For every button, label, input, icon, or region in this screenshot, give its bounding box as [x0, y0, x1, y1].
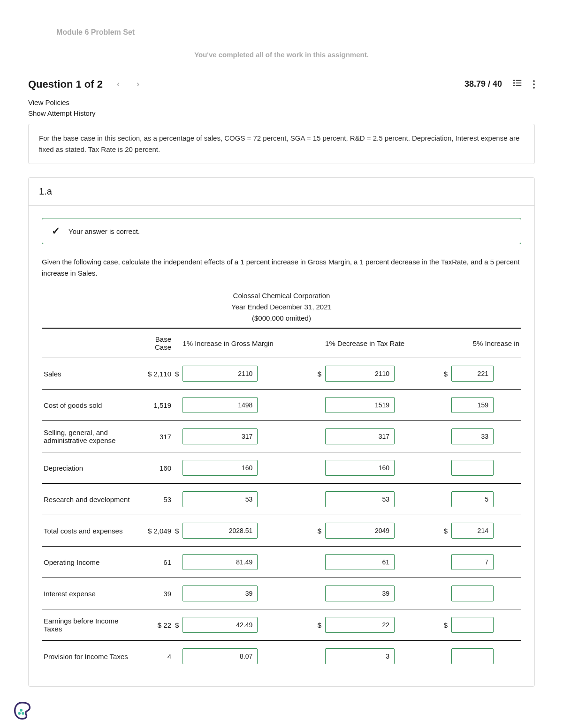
currency-symbol: $ [316, 609, 323, 641]
answer-input-si[interactable]: 214 [451, 523, 494, 539]
answer-input-tr[interactable]: 3 [325, 648, 395, 664]
answer-input-tr[interactable]: 2049 [325, 523, 395, 539]
answer-input-gm[interactable]: 160 [183, 460, 258, 476]
answer-input-tr[interactable]: 61 [325, 554, 395, 570]
answer-input-si[interactable] [451, 460, 494, 476]
base-value: $ 2,049 [140, 515, 173, 547]
answer-input-tr[interactable]: 22 [325, 617, 395, 633]
answer-input-tr[interactable]: 317 [325, 428, 395, 444]
answer-input-gm[interactable]: 81.49 [183, 554, 258, 570]
show-attempt-history-link[interactable]: Show Attempt History [28, 109, 535, 117]
table-row: Earnings before Income Taxes$ 22$42.49$2… [42, 609, 521, 641]
row-label: Cost of goods sold [42, 390, 140, 421]
table-row: Depreciation160160160 [42, 452, 521, 484]
answer-input-gm[interactable]: 53 [183, 491, 258, 507]
svg-point-3 [514, 80, 515, 81]
currency-symbol [316, 641, 323, 672]
question-part-card: 1.a ✓ Your answer is correct. Given the … [28, 177, 535, 687]
currency-symbol [316, 484, 323, 515]
table-row: Interest expense393939 [42, 578, 521, 609]
view-policies-link[interactable]: View Policies [28, 98, 535, 106]
more-options-icon[interactable] [533, 80, 535, 89]
col-header-si: 5% Increase in [449, 328, 521, 358]
base-value: 4 [140, 641, 173, 672]
answer-input-tr[interactable]: 39 [325, 585, 395, 601]
currency-symbol [173, 547, 181, 578]
currency-symbol [316, 578, 323, 609]
checkmark-icon: ✓ [52, 225, 60, 237]
currency-symbol: $ [316, 358, 323, 390]
currency-symbol [442, 484, 449, 515]
part-prompt: Given the following case, calculate the … [42, 256, 521, 279]
base-value: 317 [140, 421, 173, 452]
currency-symbol: $ [442, 358, 449, 390]
answer-input-si[interactable] [451, 585, 494, 601]
currency-symbol [316, 390, 323, 421]
question-header: Question 1 of 2 ‹ › 38.79 / 40 [28, 77, 535, 91]
part-label: 1.a [29, 178, 534, 206]
answer-input-tr[interactable]: 1519 [325, 397, 395, 413]
svg-point-4 [514, 83, 515, 83]
currency-symbol: $ [173, 609, 181, 641]
currency-symbol: $ [442, 609, 449, 641]
svg-point-5 [514, 85, 515, 86]
answer-input-tr[interactable]: 2110 [325, 366, 395, 382]
currency-symbol [173, 578, 181, 609]
answer-feedback: ✓ Your answer is correct. [42, 218, 521, 244]
answer-input-gm[interactable]: 2028.51 [183, 523, 258, 539]
row-label: Interest expense [42, 578, 140, 609]
currency-symbol [442, 390, 449, 421]
answer-input-gm[interactable]: 1498 [183, 397, 258, 413]
currency-symbol [442, 547, 449, 578]
answer-input-tr[interactable]: 53 [325, 491, 395, 507]
answer-input-gm[interactable]: 42.49 [183, 617, 258, 633]
answer-input-si[interactable]: 7 [451, 554, 494, 570]
row-label: Sales [42, 358, 140, 390]
currency-symbol [442, 578, 449, 609]
table-row: Cost of goods sold1,51914981519159 [42, 390, 521, 421]
answer-input-gm[interactable]: 2110 [183, 366, 258, 382]
table-row: Provision for Income Taxes48.073 [42, 641, 521, 672]
currency-symbol: $ [173, 515, 181, 547]
currency-symbol [173, 390, 181, 421]
base-value: 160 [140, 452, 173, 484]
currency-symbol [316, 547, 323, 578]
currency-symbol [173, 452, 181, 484]
score-text: 38.79 / 40 [464, 79, 502, 89]
base-value: 53 [140, 484, 173, 515]
currency-symbol [173, 484, 181, 515]
row-label: Operating Income [42, 547, 140, 578]
answer-input-si[interactable] [451, 617, 494, 633]
answer-input-si[interactable]: 33 [451, 428, 494, 444]
answer-input-si[interactable]: 221 [451, 366, 494, 382]
currency-symbol [173, 421, 181, 452]
feedback-text: Your answer is correct. [68, 227, 140, 235]
answer-input-gm[interactable]: 317 [183, 428, 258, 444]
brand-badge-icon [11, 700, 33, 705]
answer-input-gm[interactable]: 8.07 [183, 648, 258, 664]
base-value: 1,519 [140, 390, 173, 421]
row-label: Depreciation [42, 452, 140, 484]
data-table: Base Case 1% Increase in Gross Margin 1%… [42, 328, 521, 672]
table-row: Selling, general, and administrative exp… [42, 421, 521, 452]
answer-input-si[interactable] [451, 648, 494, 664]
answer-input-gm[interactable]: 39 [183, 585, 258, 601]
currency-symbol [442, 641, 449, 672]
answer-input-si[interactable]: 159 [451, 397, 494, 413]
currency-symbol: $ [316, 515, 323, 547]
prev-question-button[interactable]: ‹ [114, 77, 122, 91]
completion-message: You've completed all of the work in this… [28, 51, 535, 59]
question-list-icon[interactable] [512, 78, 523, 90]
currency-symbol: $ [442, 515, 449, 547]
currency-symbol: $ [173, 358, 181, 390]
table-row: Total costs and expenses$ 2,049$2028.51$… [42, 515, 521, 547]
table-row: Operating Income6181.49617 [42, 547, 521, 578]
row-label: Provision for Income Taxes [42, 641, 140, 672]
base-value: $ 22 [140, 609, 173, 641]
answer-input-si[interactable]: 5 [451, 491, 494, 507]
module-title: Module 6 Problem Set [56, 28, 535, 37]
base-value: $ 2,110 [140, 358, 173, 390]
row-label: Total costs and expenses [42, 515, 140, 547]
answer-input-tr[interactable]: 160 [325, 460, 395, 476]
next-question-button[interactable]: › [134, 77, 142, 91]
